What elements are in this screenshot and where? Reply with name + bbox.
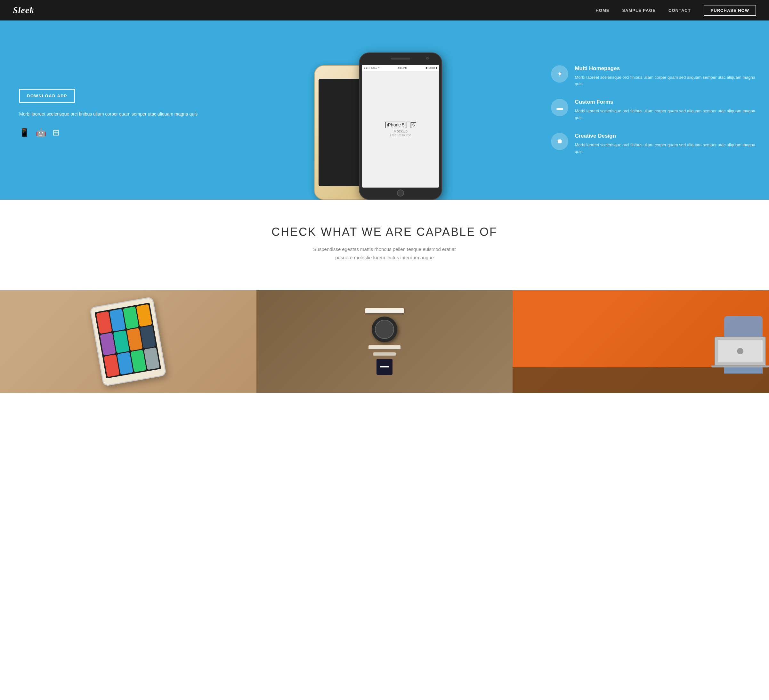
windows-icon: ⊞ bbox=[53, 128, 60, 138]
feature-text-3: Creative Design Morbi laoreet scelerisqu… bbox=[575, 133, 756, 155]
laptop-display bbox=[718, 340, 763, 362]
app-icon bbox=[136, 304, 152, 327]
hero-features: ✦ Multi Homepages Morbi laoreet sceleris… bbox=[538, 21, 769, 200]
card-strip-2 bbox=[373, 352, 396, 356]
stationery-display bbox=[365, 308, 404, 375]
hero-description: Morbi laoreet scelerisque orci finibus u… bbox=[19, 111, 218, 118]
laptop-base bbox=[711, 366, 769, 368]
phone-time: 4:21 PM bbox=[397, 67, 407, 69]
hero-left: DOWNLOAD APP Morbi laoreet scelerisque o… bbox=[0, 21, 231, 200]
card-1-image bbox=[0, 290, 256, 393]
phone-front: ●●○○ BELL ᵂ 4:21 PM ✱ 100% ▮ iPhone 5 S … bbox=[359, 53, 442, 200]
navigation: Sleek HOME SAMPLE PAGE CONTACT PURCHASE … bbox=[0, 0, 769, 21]
feature-text-2: Custom Forms Morbi laoreet scelerisque o… bbox=[575, 99, 756, 121]
ipad-mockup bbox=[90, 297, 166, 387]
phone-carrier: ●●○○ BELL ᵂ bbox=[364, 67, 380, 69]
nav-home[interactable]: HOME bbox=[595, 8, 609, 13]
portfolio-cards bbox=[0, 281, 769, 393]
card-2-image bbox=[256, 290, 513, 393]
business-card bbox=[365, 308, 404, 313]
phone-content: iPhone 5 S MockUp Free Resource bbox=[385, 65, 416, 188]
app-icon bbox=[117, 352, 133, 374]
card-lines bbox=[380, 366, 389, 368]
phone-screen: ●●○○ BELL ᵂ 4:21 PM ✱ 100% ▮ iPhone 5 S … bbox=[362, 65, 439, 188]
feature-desc-2: Morbi laoreet scelerisque orci finibus u… bbox=[575, 108, 756, 121]
feature-title-1: Multi Homepages bbox=[575, 65, 756, 72]
platform-icons: 📱 🤖 ⊞ bbox=[19, 128, 218, 138]
seal bbox=[372, 316, 397, 342]
phone-home-button bbox=[397, 189, 404, 196]
card-2[interactable] bbox=[256, 290, 513, 393]
phone-status-bar: ●●○○ BELL ᵂ 4:21 PM ✱ 100% ▮ bbox=[362, 65, 439, 71]
phone-free-resource: Free Resource bbox=[390, 133, 411, 137]
nav-contact[interactable]: CONTACT bbox=[668, 8, 691, 13]
laptop-screen bbox=[714, 337, 766, 366]
app-icon bbox=[109, 309, 125, 332]
app-icon bbox=[144, 347, 160, 370]
feature-creative-design: ⏺ Creative Design Morbi laoreet sceleris… bbox=[551, 133, 756, 155]
android-icon: 🤖 bbox=[36, 128, 46, 138]
nav-sample-page[interactable]: SAMPLE PAGE bbox=[622, 8, 656, 13]
feature-desc-1: Morbi laoreet scelerisque orci finibus u… bbox=[575, 74, 756, 88]
capabilities-section: CHECK WHAT WE ARE CAPABLE OF Suspendisse… bbox=[0, 200, 769, 281]
ipad-screen bbox=[95, 303, 161, 379]
phone-camera bbox=[426, 57, 429, 59]
card-1[interactable] bbox=[0, 290, 256, 393]
feature-icon-1: ✦ bbox=[551, 65, 568, 83]
feature-title-3: Creative Design bbox=[575, 133, 756, 139]
feature-icon-2: ▬ bbox=[551, 99, 568, 116]
phone-model-name: iPhone 5 S bbox=[385, 122, 416, 128]
app-icon bbox=[113, 330, 129, 353]
apple-logo bbox=[737, 348, 743, 354]
feature-title-2: Custom Forms bbox=[575, 99, 756, 105]
site-logo[interactable]: Sleek bbox=[13, 5, 34, 15]
ios-icon: 📱 bbox=[19, 128, 29, 138]
app-icon bbox=[140, 326, 156, 348]
feature-desc-3: Morbi laoreet scelerisque orci finibus u… bbox=[575, 142, 756, 155]
card-strip bbox=[368, 345, 401, 349]
nav-links: HOME SAMPLE PAGE CONTACT PURCHASE NOW bbox=[595, 5, 756, 16]
phone-battery: ✱ 100% ▮ bbox=[425, 67, 437, 69]
app-icon bbox=[123, 307, 139, 329]
card-3[interactable] bbox=[513, 290, 769, 393]
phone-speaker bbox=[391, 58, 410, 59]
capabilities-heading: CHECK WHAT WE ARE CAPABLE OF bbox=[13, 225, 756, 239]
app-icon bbox=[127, 328, 143, 351]
hero-phones: ●●○○ BELL ᵂ 4:21 PM ✱ 100% ▮ iPhone 5 S … bbox=[231, 21, 539, 200]
feature-multi-homepages: ✦ Multi Homepages Morbi laoreet sceleris… bbox=[551, 65, 756, 88]
feature-custom-forms: ▬ Custom Forms Morbi laoreet scelerisque… bbox=[551, 99, 756, 121]
laptop bbox=[714, 337, 766, 369]
capabilities-description: Suspendisse egestas mattis rhoncus pelle… bbox=[13, 245, 756, 262]
feature-text-1: Multi Homepages Morbi laoreet scelerisqu… bbox=[575, 65, 756, 88]
phone-mockup-container: ●●○○ BELL ᵂ 4:21 PM ✱ 100% ▮ iPhone 5 S … bbox=[333, 46, 436, 200]
card-3-image bbox=[513, 290, 769, 393]
phone-mockup-label: MockUp bbox=[394, 129, 407, 133]
download-app-button[interactable]: DOWNLOAD APP bbox=[19, 89, 75, 103]
phone-variant-badge: S bbox=[411, 122, 416, 128]
feature-icon-3: ⏺ bbox=[551, 133, 568, 150]
purchase-now-button[interactable]: PURCHASE NOW bbox=[704, 5, 756, 16]
person-laptop-scene bbox=[513, 290, 769, 393]
hero-section: DOWNLOAD APP Morbi laoreet scelerisque o… bbox=[0, 21, 769, 200]
seal-inner bbox=[375, 320, 394, 339]
card-box bbox=[376, 359, 393, 375]
